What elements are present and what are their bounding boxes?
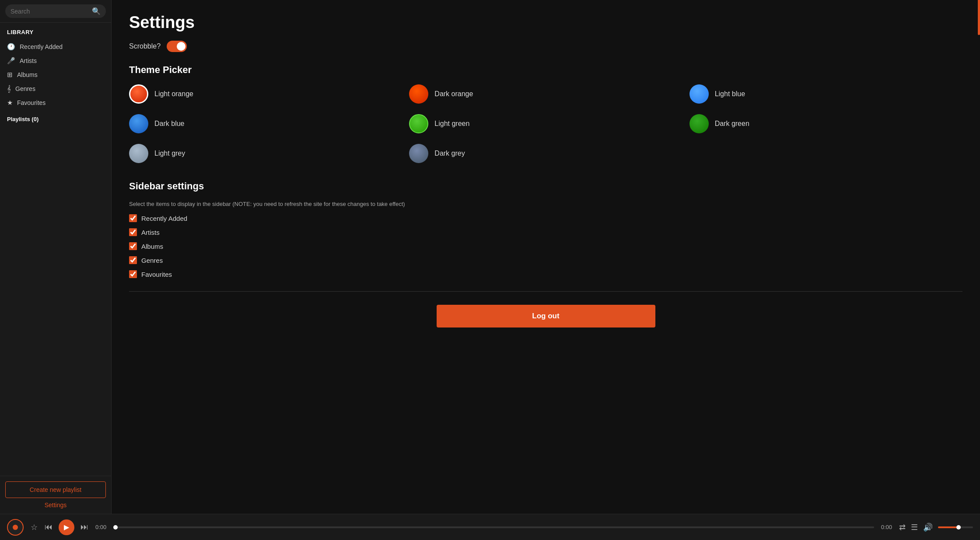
cb-albums-input[interactable] <box>129 242 137 250</box>
player-queue-button[interactable]: ☰ <box>911 523 918 532</box>
scrollbar-indicator <box>978 0 980 35</box>
cb-artists-input[interactable] <box>129 228 137 236</box>
player-next-button[interactable]: ⏭ <box>80 523 88 532</box>
theme-label-light-grey: Light grey <box>154 150 185 157</box>
theme-circle-dark-grey <box>409 144 428 163</box>
sidebar-bottom: Create new playlist Settings <box>0 476 111 514</box>
cb-favourites-label: Favourites <box>141 271 172 278</box>
library-title: Library <box>7 29 104 35</box>
settings-link[interactable]: Settings <box>5 502 106 509</box>
theme-circle-light-grey <box>129 144 148 163</box>
player-end-time: 0:00 <box>881 524 892 530</box>
library-section: Library <box>0 23 111 40</box>
albums-icon: ⊞ <box>7 71 13 79</box>
theme-label-dark-blue: Dark blue <box>154 120 184 128</box>
theme-circle-light-orange <box>129 84 148 104</box>
theme-label-dark-orange: Dark orange <box>434 90 473 98</box>
search-wrapper: 🔍 <box>5 4 106 18</box>
toggle-knob <box>177 42 186 51</box>
cb-genres-input[interactable] <box>129 256 137 264</box>
favourites-label: Favourites <box>17 99 46 106</box>
artists-icon: 🎤 <box>7 57 15 65</box>
favourites-icon: ★ <box>7 99 13 107</box>
theme-label-dark-grey: Dark grey <box>434 150 465 157</box>
main-content: Settings Scrobble? Theme Picker Light or… <box>112 0 980 514</box>
create-playlist-button[interactable]: Create new playlist <box>5 481 106 498</box>
search-input[interactable] <box>10 8 92 15</box>
theme-light-grey[interactable]: Light grey <box>129 144 402 163</box>
recently-added-icon: 🕐 <box>7 43 15 51</box>
playlists-title: Playlists (0) <box>7 116 104 122</box>
nav-artists[interactable]: 🎤 Artists <box>0 54 111 68</box>
genres-label: Genres <box>15 85 35 92</box>
cb-albums-label: Albums <box>141 243 163 250</box>
theme-label-light-blue: Light blue <box>715 90 745 98</box>
logout-button[interactable]: Log out <box>437 305 655 327</box>
player-shuffle-button[interactable]: ⇄ <box>899 523 906 532</box>
player-volume-button[interactable]: 🔊 <box>923 523 933 532</box>
player-progress-bar[interactable] <box>113 526 874 528</box>
sidebar-settings-title: Sidebar settings <box>129 181 962 192</box>
theme-circle-dark-blue <box>129 114 148 133</box>
theme-label-light-green: Light green <box>434 120 469 128</box>
recently-added-label: Recently Added <box>20 43 63 50</box>
player-prev-button[interactable]: ⏮ <box>45 523 52 532</box>
player-controls: ⏮ ▶ ⏭ <box>45 519 88 535</box>
scrobble-toggle[interactable] <box>167 41 187 52</box>
theme-light-green[interactable]: Light green <box>409 114 682 133</box>
volume-knob <box>956 525 961 530</box>
nav-albums[interactable]: ⊞ Albums <box>0 68 111 82</box>
theme-picker-title: Theme Picker <box>129 64 962 76</box>
theme-label-dark-green: Dark green <box>715 120 749 128</box>
checkbox-albums[interactable]: Albums <box>129 242 962 250</box>
theme-grid: Light orange Dark orange Light blue Dark… <box>129 84 962 163</box>
scrobble-label: Scrobble? <box>129 42 161 50</box>
checkbox-genres[interactable]: Genres <box>129 256 962 264</box>
theme-circle-dark-orange <box>409 84 428 104</box>
volume-bar[interactable] <box>938 526 973 528</box>
theme-circle-dark-green <box>690 114 709 133</box>
album-art-inner <box>13 525 18 530</box>
player-album-art <box>7 519 24 536</box>
theme-circle-light-green <box>409 114 428 133</box>
player-right-controls: ⇄ ☰ 🔊 <box>899 523 973 532</box>
theme-dark-blue[interactable]: Dark blue <box>129 114 402 133</box>
checkbox-recently-added[interactable]: Recently Added <box>129 214 962 222</box>
playlists-section: Playlists (0) <box>0 110 111 127</box>
theme-dark-orange[interactable]: Dark orange <box>409 84 682 104</box>
theme-dark-green[interactable]: Dark green <box>690 114 962 133</box>
cb-recently-added-input[interactable] <box>129 214 137 222</box>
player-bar: ☆ ⏮ ▶ ⏭ 0:00 0:00 ⇄ ☰ 🔊 <box>0 514 980 540</box>
nav-recently-added[interactable]: 🕐 Recently Added <box>0 40 111 54</box>
theme-label-light-orange: Light orange <box>154 90 193 98</box>
page-title: Settings <box>129 13 962 32</box>
albums-label: Albums <box>17 71 38 78</box>
search-icon-button[interactable]: 🔍 <box>92 7 101 15</box>
checkbox-artists[interactable]: Artists <box>129 228 962 236</box>
theme-circle-light-blue <box>690 84 709 104</box>
artists-label: Artists <box>20 57 37 64</box>
player-favourite-button[interactable]: ☆ <box>31 523 38 532</box>
sidebar: 🔍 Library 🕐 Recently Added 🎤 Artists ⊞ A… <box>0 0 112 514</box>
cb-favourites-input[interactable] <box>129 270 137 278</box>
cb-genres-label: Genres <box>141 257 163 264</box>
scrobble-row: Scrobble? <box>129 41 962 52</box>
cb-artists-label: Artists <box>141 229 160 236</box>
nav-favourites[interactable]: ★ Favourites <box>0 96 111 110</box>
theme-dark-grey[interactable]: Dark grey <box>409 144 682 163</box>
theme-light-blue[interactable]: Light blue <box>690 84 962 104</box>
search-container: 🔍 <box>0 0 111 23</box>
sidebar-settings-section: Select the items to display in the sideb… <box>129 201 962 278</box>
nav-genres[interactable]: 𝄞 Genres <box>0 82 111 96</box>
cb-recently-added-label: Recently Added <box>141 215 187 222</box>
player-current-time: 0:00 <box>95 524 106 530</box>
checkbox-favourites[interactable]: Favourites <box>129 270 962 278</box>
section-divider <box>129 291 962 292</box>
theme-light-orange[interactable]: Light orange <box>129 84 402 104</box>
sidebar-settings-desc: Select the items to display in the sideb… <box>129 201 962 207</box>
progress-dot <box>113 525 118 530</box>
genres-icon: 𝄞 <box>7 85 11 93</box>
player-play-button[interactable]: ▶ <box>59 519 74 535</box>
